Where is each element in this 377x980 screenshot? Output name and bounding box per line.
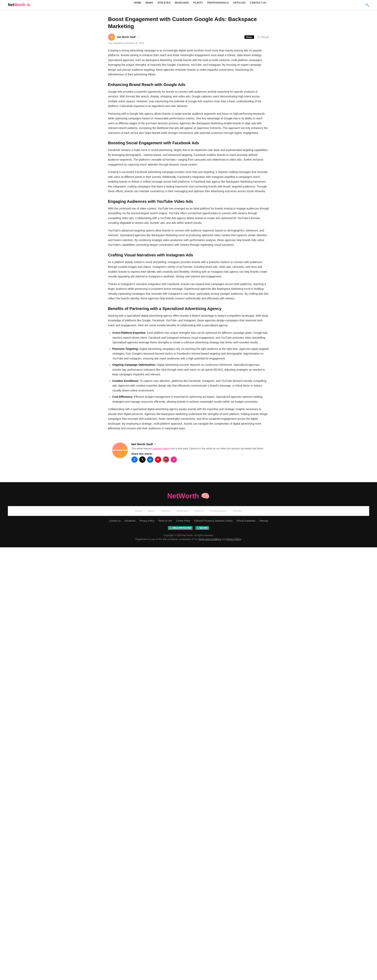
footer-disclaimer[interactable]: Disclaimer: [125, 519, 136, 522]
footer-contact[interactable]: Contact Us: [109, 519, 121, 522]
share-more-button[interactable]: +: [171, 457, 177, 463]
footer-logo-net: Net: [167, 492, 179, 500]
footer-cookie[interactable]: Cookie Policy: [176, 519, 190, 522]
footer-logo-worth: Worth: [179, 492, 199, 500]
article-paragraph-3: Partnering with a Google Ads agency allo…: [108, 111, 269, 135]
footer-nav-news[interactable]: News: [148, 509, 155, 512]
author-box-content: Net Worth Staff ✓ This article features …: [131, 442, 265, 463]
article-list-15: Cross-Platform Expertise: Each platform …: [108, 330, 269, 404]
dmca-badge: 🔒 DMCA PROTECTED: [168, 526, 192, 530]
article-container: Boost Engagement with Custom Google Ads:…: [104, 10, 273, 482]
site-footer: NetWorth 🧠 Home News Athletes Musicians …: [0, 482, 377, 547]
article-category-badge: News: [245, 35, 254, 39]
article-paragraph-5: Facebook remains a major force in social…: [108, 148, 269, 167]
author-box-name-text: Net Worth Staff: [131, 442, 153, 446]
privacy-link[interactable]: Privacy Policy: [226, 538, 241, 541]
footer-nav-articles[interactable]: Articles: [232, 509, 242, 512]
footer-copyright: Copyright © 2024 Net Worth. All rights r…: [8, 533, 369, 541]
nav-filmtv[interactable]: FILM/TV: [193, 2, 203, 4]
footer-editorial[interactable]: Editorial Process & Selection Criteria: [194, 519, 233, 522]
terms-link[interactable]: Terms and Conditions: [198, 538, 221, 541]
nav-musicians[interactable]: MUSICIANS: [175, 2, 189, 4]
article-paragraph-2: Google Ads provides a powerful opportuni…: [108, 89, 269, 108]
article-title: Boost Engagement with Custom Google Ads:…: [108, 16, 269, 30]
article-paragraph-11: As a platform deeply rooted in visual st…: [108, 260, 269, 279]
share-row: Share this article: f 𝕏 in P 📷 +: [131, 452, 265, 463]
author-name: Net Worth Staff: [117, 35, 135, 38]
list-item-3: Creative Excellence: To capture user att…: [112, 379, 269, 393]
author-box-verified-icon: ✓: [154, 442, 156, 446]
footer-nav-filmtv[interactable]: Film/TV: [195, 509, 204, 512]
logo-text-net: Net: [8, 3, 14, 7]
list-item-2: Ongoing Campaign Optimization: Digital a…: [112, 363, 269, 377]
share-linkedin-button[interactable]: in: [147, 457, 153, 463]
verified-icon: ✓: [137, 36, 139, 38]
author-row: N Net Worth Staff ✓ News 🕐 3:31 pm: [108, 33, 269, 41]
article-paragraph-14: Working with a specialized digital adver…: [108, 313, 269, 328]
article-paragraph-16: Collaborating with a specialized digital…: [108, 407, 269, 431]
clock-icon: 🕐: [257, 36, 260, 38]
list-item-4: Cost Efficiency: Effective budget manage…: [112, 395, 269, 404]
footer-nav: Home News Athletes Musicians Film/TV Pro…: [8, 506, 369, 516]
meta-right: News 🕐 3:31 pm: [245, 35, 269, 39]
nav-logo[interactable]: NetWorth 🧠: [8, 3, 30, 7]
article-heading-7: Engaging Audiences with YouTube Video Ad…: [108, 199, 269, 204]
nav-articles[interactable]: ARTICLES: [233, 2, 246, 4]
footer-badges: 🔒 DMCA PROTECTED ✓ SECURE: [8, 526, 369, 530]
footer-nav-home[interactable]: Home: [135, 509, 142, 512]
share-label: Share this article:: [131, 452, 265, 455]
search-icon[interactable]: 🔍: [365, 3, 369, 7]
article-paragraph-6: Creating a successful Facebook advertisi…: [108, 170, 269, 194]
copyright-line1: Copyright © 2024 Net Worth. All rights r…: [8, 533, 369, 537]
list-item-1: Precision Targeting: Digital advertising…: [112, 347, 269, 361]
author-box-name: Net Worth Staff ✓: [131, 442, 265, 446]
last-updated: Last Updated on October 30, 2024: [108, 42, 269, 45]
footer-logo: NetWorth 🧠: [8, 492, 369, 500]
article-paragraph-8: With the continued rise of video content…: [108, 206, 269, 225]
nav-news[interactable]: NEWS: [145, 2, 153, 4]
dmca-label: DMCA PROTECTED: [173, 527, 191, 529]
share-instagram-button[interactable]: 📷: [163, 457, 169, 463]
secure-icon: ✓: [197, 527, 199, 529]
footer-sitemap[interactable]: Sitemap: [259, 519, 268, 522]
logo-highlight: Worth: [14, 3, 25, 7]
nav-links-list: HOME NEWS ATHLETES MUSICIANS FILM/TV PRO…: [129, 0, 266, 7]
author-box-avatar: Net Worth Staff: [112, 442, 128, 458]
list-item-0: Cross-Platform Expertise: Each platform …: [112, 330, 269, 345]
footer-privacy[interactable]: Privacy Policy: [140, 519, 154, 522]
article-heading-4: Boosting Social Engagement with Facebook…: [108, 141, 269, 145]
author-avatar: N: [108, 33, 115, 41]
article-heading-1: Enhancing Brand Reach with Google Ads: [108, 83, 269, 87]
footer-logo-text: NetWorth 🧠: [167, 492, 210, 500]
nav-home[interactable]: HOME: [134, 2, 141, 4]
article-time: 🕐 3:31 pm: [257, 36, 269, 38]
article-heading-13: Benefits of Partnering with a Specialize…: [108, 307, 269, 311]
copyright-line2: Registration or use of this site constit…: [8, 537, 369, 541]
nav-athletes[interactable]: ATHLETES: [157, 2, 170, 4]
logo-brain-icon: 🧠: [27, 3, 30, 7]
footer-brain-icon: 🧠: [201, 492, 210, 500]
branded-content-link[interactable]: branded content: [153, 447, 170, 450]
footer-ethical[interactable]: Ethical Guidelines: [237, 519, 256, 522]
share-facebook-button[interactable]: f: [131, 457, 138, 463]
footer-nav-musicians[interactable]: Musicians: [177, 509, 189, 512]
share-x-button[interactable]: 𝕏: [139, 457, 145, 463]
footer-nav-professionals[interactable]: Professionals: [210, 509, 227, 512]
article-paragraph-12: Thanks to Instagram's seamless integrati…: [108, 282, 269, 301]
dmca-icon: 🔒: [169, 527, 172, 529]
footer-links: Contact Us Disclaimer Privacy Policy Ter…: [8, 519, 369, 522]
article-body: Creating a strong advertising campaign i…: [108, 48, 269, 431]
article-paragraph-0: Creating a strong advertising campaign i…: [108, 48, 269, 77]
footer-terms[interactable]: Terms of Use: [158, 519, 172, 522]
author-box-disclaimer: This article features branded content fr…: [131, 447, 265, 450]
article-paragraph-9: YouTube's advanced targeting options all…: [108, 228, 269, 247]
time-value: 3:31 pm: [261, 36, 269, 38]
footer-nav-athletes[interactable]: Athletes: [161, 509, 171, 512]
share-pinterest-button[interactable]: P: [155, 457, 161, 463]
share-icons: f 𝕏 in P 📷 +: [131, 457, 265, 463]
author-box: Net Worth Staff Net Worth Staff ✓ This a…: [108, 439, 269, 466]
nav-professionals[interactable]: PROFESSIONALS: [207, 2, 229, 4]
nav-contact-us[interactable]: CONTACT US: [250, 2, 266, 4]
article-heading-10: Crafting Visual Narratives with Instagra…: [108, 253, 269, 258]
main-nav: NetWorth 🧠 HOME NEWS ATHLETES MUSICIANS …: [0, 0, 377, 10]
